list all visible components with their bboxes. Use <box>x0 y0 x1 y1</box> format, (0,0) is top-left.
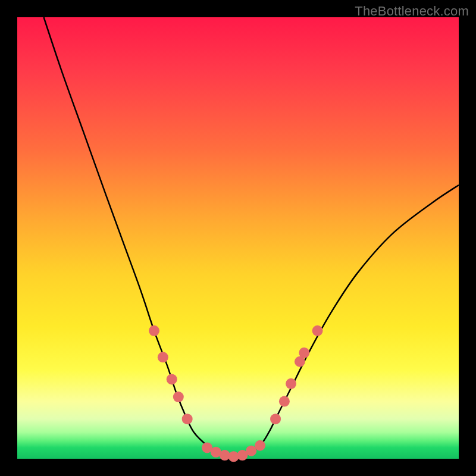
marker-dot <box>182 414 193 424</box>
chart-frame: TheBottleneck.com <box>0 0 476 476</box>
marker-dot <box>158 352 168 362</box>
bottleneck-curve <box>44 17 459 459</box>
curve-svg <box>17 17 459 459</box>
marker-dot <box>279 396 290 407</box>
marker-dot <box>173 392 184 402</box>
marker-dot <box>312 325 323 336</box>
marker-dot <box>286 378 296 389</box>
curve-markers <box>149 325 323 462</box>
plot-area <box>17 17 459 459</box>
marker-dot <box>167 374 177 384</box>
watermark-text: TheBottleneck.com <box>355 4 469 19</box>
marker-dot <box>149 325 159 336</box>
marker-dot <box>270 414 281 424</box>
marker-dot <box>255 440 265 451</box>
marker-dot <box>299 347 309 358</box>
